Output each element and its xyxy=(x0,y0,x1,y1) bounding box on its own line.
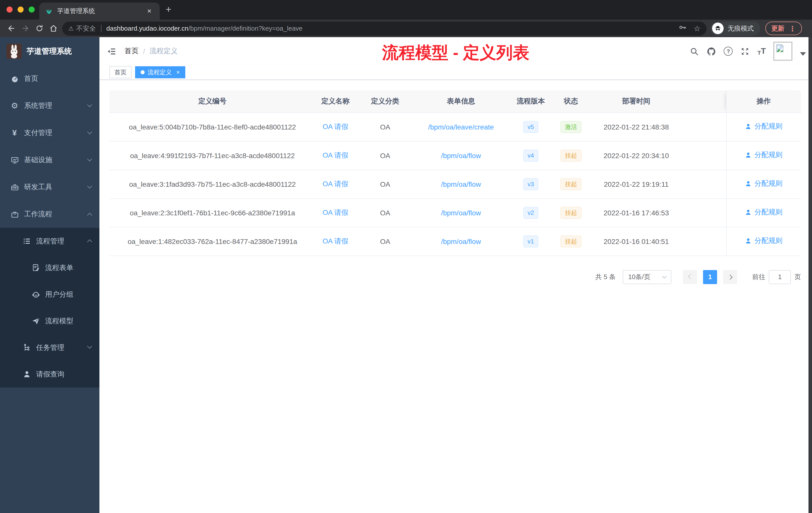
briefcase-icon xyxy=(10,210,19,219)
avatar[interactable] xyxy=(773,42,792,61)
table-row: oa_leave:3:1fad3d93-7b75-11ec-a3c8-acde4… xyxy=(110,170,801,198)
assign-rule-link[interactable]: 分配规则 xyxy=(745,236,783,245)
goto-page-input[interactable] xyxy=(769,270,791,284)
sidebar-item-leave-query[interactable]: 请假查询 xyxy=(0,361,99,388)
tab-close-icon[interactable]: ✕ xyxy=(145,7,154,15)
incognito-badge: 无痕模式 xyxy=(710,21,760,35)
assign-rule-link[interactable]: 分配规则 xyxy=(745,208,783,217)
window-close-button[interactable] xyxy=(6,6,12,12)
form-document-icon xyxy=(31,263,40,272)
definition-id-cell: oa_leave:5:004b710b-7b8a-11ec-8ef0-acde4… xyxy=(110,113,315,141)
help-icon[interactable]: ? xyxy=(724,47,733,56)
sidebar-item-process-form[interactable]: 流程表单 xyxy=(0,254,99,281)
definition-name-link[interactable]: OA 请假 xyxy=(323,151,348,159)
tab-title: 芋道管理系统 xyxy=(57,7,145,15)
column-header-version: 流程版本 xyxy=(507,90,554,113)
tag-home[interactable]: 首页 xyxy=(110,66,132,78)
deploy-time-cell: 2022-01-22 19:19:11 xyxy=(587,170,685,198)
category-cell: OA xyxy=(355,113,415,141)
chevron-down-icon xyxy=(87,343,92,349)
security-label[interactable]: 不安全 xyxy=(76,24,96,33)
paper-plane-icon xyxy=(31,316,40,326)
window-minimize-button[interactable] xyxy=(18,6,24,12)
form-link[interactable]: /bpm/oa/flow xyxy=(441,209,481,217)
sidebar-logo-row[interactable]: 芋道管理系统 xyxy=(0,37,99,65)
bookmark-star-icon[interactable]: ☆ xyxy=(694,24,700,33)
sidebar-item-process-model[interactable]: 流程模型 xyxy=(0,308,99,334)
table-row: oa_leave:1:482ec033-762a-11ec-8477-a2380… xyxy=(110,227,801,255)
new-tab-button[interactable]: + xyxy=(166,3,171,16)
sidebar-item-process-management[interactable]: 流程管理 xyxy=(0,228,99,254)
favicon-plant-icon xyxy=(45,7,53,15)
tag-close-icon[interactable]: × xyxy=(176,69,180,76)
sidebar-item-dev-tools[interactable]: 研发工具 xyxy=(0,174,99,201)
tag-process-definition[interactable]: 流程定义 × xyxy=(135,66,185,78)
browser-toolbar: ⚠ 不安全 dashboard.yudao.iocoder.cn /bpm/ma… xyxy=(0,20,812,37)
sidebar-item-workflow[interactable]: 工作流程 xyxy=(0,201,99,228)
avatar-dropdown-icon[interactable] xyxy=(800,52,806,56)
assign-rule-link[interactable]: 分配规则 xyxy=(745,179,783,188)
browser-tab[interactable]: 芋道管理系统 ✕ xyxy=(39,2,160,20)
filler-cell xyxy=(685,198,726,227)
definition-name-link[interactable]: OA 请假 xyxy=(323,122,348,130)
next-page-button[interactable] xyxy=(723,270,737,284)
breadcrumb-separator: / xyxy=(143,47,145,55)
browser-menu-icon[interactable]: ⋮ xyxy=(789,24,796,32)
sidebar-item-home[interactable]: 首页 xyxy=(0,65,99,92)
task-tree-icon xyxy=(22,343,31,352)
form-link[interactable]: /bpm/oa/flow xyxy=(441,151,481,159)
page-size-select[interactable]: 10条/页 xyxy=(623,270,671,284)
sidebar-item-system[interactable]: ⚙ 系统管理 xyxy=(0,92,99,119)
page-scrollbar[interactable] xyxy=(809,37,812,513)
page-unit-label: 页 xyxy=(794,272,801,281)
sidebar-item-task-management[interactable]: 任务管理 xyxy=(0,334,99,361)
window-zoom-button[interactable] xyxy=(29,6,35,12)
form-link[interactable]: /bpm/oa/flow xyxy=(441,180,481,188)
definition-name-link[interactable]: OA 请假 xyxy=(323,208,348,216)
font-size-icon[interactable]: TT xyxy=(757,47,766,56)
update-label: 更新 xyxy=(771,24,784,33)
version-badge: v2 xyxy=(523,207,538,219)
form-link[interactable]: /bpm/oa/flow xyxy=(441,237,481,245)
definition-name-link[interactable]: OA 请假 xyxy=(323,237,348,245)
github-icon[interactable] xyxy=(707,47,716,56)
chevron-up-icon xyxy=(87,213,92,218)
chevron-down-icon xyxy=(87,156,92,161)
total-count-label: 共 5 条 xyxy=(595,272,616,281)
back-icon[interactable] xyxy=(4,21,18,35)
form-link[interactable]: /bpm/oa/leave/create xyxy=(428,123,494,131)
sidebar-item-infrastructure[interactable]: 基础设施 xyxy=(0,147,99,174)
definition-name-link[interactable]: OA 请假 xyxy=(323,179,348,187)
toolbox-icon xyxy=(10,183,19,192)
version-badge: v3 xyxy=(523,178,538,190)
definition-id-cell: oa_leave:1:482ec033-762a-11ec-8477-a2380… xyxy=(110,227,315,255)
workflow-submenu: 流程管理 流程表单 用户分组 xyxy=(0,228,99,388)
prev-page-button[interactable] xyxy=(683,270,697,284)
search-icon[interactable] xyxy=(690,47,699,56)
user-icon xyxy=(22,370,31,379)
sidebar-collapse-icon[interactable] xyxy=(107,47,116,56)
user-icon xyxy=(745,209,752,216)
address-bar[interactable]: ⚠ 不安全 dashboard.yudao.iocoder.cn /bpm/ma… xyxy=(62,21,706,35)
deploy-time-cell: 2022-01-22 21:48:38 xyxy=(587,113,685,141)
url-separator xyxy=(101,25,102,32)
filler-cell xyxy=(685,227,726,255)
update-button[interactable]: 更新 ⋮ xyxy=(765,22,802,35)
breadcrumb-home[interactable]: 首页 xyxy=(124,47,139,56)
page-content: 定义编号 定义名称 定义分类 表单信息 流程版本 状态 部署时间 操作 xyxy=(99,80,812,284)
column-header-form: 表单信息 xyxy=(415,90,507,113)
assign-rule-link[interactable]: 分配规则 xyxy=(745,122,783,131)
definition-table: 定义编号 定义名称 定义分类 表单信息 流程版本 状态 部署时间 操作 xyxy=(110,90,801,256)
sidebar-item-user-group[interactable]: 用户分组 xyxy=(0,281,99,308)
fullscreen-icon[interactable] xyxy=(741,47,750,56)
page-number-button[interactable]: 1 xyxy=(703,270,717,284)
home-icon[interactable] xyxy=(46,21,60,35)
app-title: 芋道管理系统 xyxy=(27,47,72,56)
sidebar-item-payment[interactable]: ¥ 支付管理 xyxy=(0,119,99,147)
category-cell: OA xyxy=(355,227,415,255)
forward-icon[interactable] xyxy=(18,21,32,35)
assign-rule-link[interactable]: 分配规则 xyxy=(745,151,783,160)
reload-icon[interactable] xyxy=(32,21,46,35)
chevron-up-icon xyxy=(87,239,92,244)
password-key-icon[interactable] xyxy=(678,23,687,34)
